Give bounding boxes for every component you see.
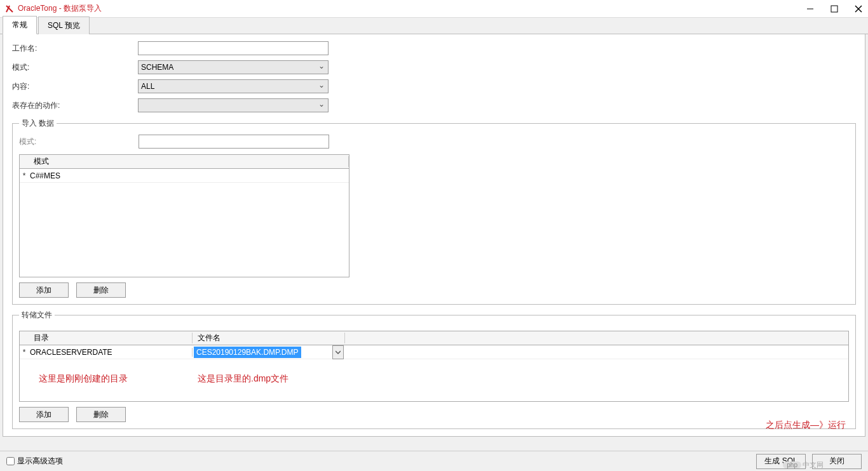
annotation-file: 这是目录里的.dmp文件 bbox=[198, 373, 288, 385]
delete-schema-button[interactable]: 删除 bbox=[76, 282, 126, 298]
dir-cell[interactable]: ORACLESERVERDATE bbox=[29, 348, 193, 357]
schema-col-header: 模式 bbox=[29, 156, 349, 167]
job-name-input[interactable] bbox=[138, 41, 329, 55]
dir-col-header: 目录 bbox=[29, 333, 193, 343]
file-cell[interactable]: CES20190129BAK.DMP.DMP bbox=[193, 345, 345, 359]
import-data-legend: 导入 数据 bbox=[19, 118, 57, 129]
dump-files-header: 目录 文件名 bbox=[20, 331, 848, 345]
dump-files-body[interactable]: * ORACLESERVERDATE CES20190129BAK.DMP.DM… bbox=[20, 345, 848, 401]
annotation-dir: 这里是刚刚创建的目录 bbox=[39, 373, 128, 385]
generate-sql-button[interactable]: 生成 SQL bbox=[756, 454, 806, 469]
svg-rect-1 bbox=[831, 6, 837, 12]
import-mode-input[interactable] bbox=[139, 135, 329, 149]
app-icon bbox=[5, 4, 14, 13]
tab-general[interactable]: 常规 bbox=[3, 16, 37, 34]
schema-table-header: 模式 bbox=[20, 155, 349, 169]
row-marker: * bbox=[20, 171, 29, 180]
table-exists-label: 表存在的动作: bbox=[12, 100, 138, 111]
import-data-fieldset: 导入 数据 模式: 模式 * C##MES 添加 删除 bbox=[12, 118, 856, 305]
row-marker: * bbox=[20, 348, 29, 357]
tab-sql-preview[interactable]: SQL 预览 bbox=[38, 17, 90, 34]
content-panel: 工作名: 模式: 内容: 表存在的动作: 导入 数据 模式: 模 bbox=[3, 34, 865, 437]
content-label: 内容: bbox=[12, 81, 138, 92]
add-dump-button[interactable]: 添加 bbox=[19, 407, 69, 422]
add-schema-button[interactable]: 添加 bbox=[19, 282, 69, 298]
dump-files-table: 目录 文件名 * ORACLESERVERDATE CES20190129BAK… bbox=[19, 331, 849, 402]
annotation-generate: 之后点生成—》运行 bbox=[766, 420, 846, 431]
advanced-options-checkbox[interactable]: 显示高级选项 bbox=[6, 456, 63, 467]
table-row[interactable]: * ORACLESERVERDATE CES20190129BAK.DMP.DM… bbox=[20, 345, 848, 359]
schema-table: 模式 * C##MES bbox=[19, 154, 349, 277]
tabs: 常规 SQL 预览 bbox=[0, 18, 868, 34]
dump-files-legend: 转储文件 bbox=[19, 310, 55, 321]
table-row[interactable]: * C##MES bbox=[20, 169, 349, 183]
minimize-icon[interactable] bbox=[806, 4, 815, 13]
mode-label: 模式: bbox=[12, 62, 138, 73]
table-exists-select[interactable] bbox=[138, 98, 329, 112]
schema-cell[interactable]: C##MES bbox=[29, 171, 62, 180]
window-controls bbox=[806, 4, 863, 13]
file-dropdown-icon[interactable] bbox=[332, 345, 344, 359]
delete-dump-button[interactable]: 删除 bbox=[76, 407, 126, 422]
advanced-checkbox-input[interactable] bbox=[6, 457, 15, 465]
content-select[interactable] bbox=[138, 79, 329, 93]
import-mode-label: 模式: bbox=[19, 136, 139, 147]
title-left: OracleTong - 数据泵导入 bbox=[5, 3, 102, 14]
footer-bar: 显示高级选项 生成 SQL 关闭 php 中文网 bbox=[0, 451, 868, 471]
maximize-icon[interactable] bbox=[830, 4, 839, 13]
window-title: OracleTong - 数据泵导入 bbox=[18, 3, 102, 14]
schema-table-body[interactable]: * C##MES bbox=[20, 169, 349, 277]
title-bar: OracleTong - 数据泵导入 bbox=[0, 0, 868, 18]
advanced-checkbox-label: 显示高级选项 bbox=[17, 456, 63, 467]
close-button[interactable]: 关闭 bbox=[812, 454, 862, 469]
file-col-header: 文件名 bbox=[193, 333, 345, 343]
close-icon[interactable] bbox=[854, 4, 863, 13]
dump-files-fieldset: 转储文件 目录 文件名 * ORACLESERVERDATE CES201901… bbox=[12, 310, 856, 429]
mode-select[interactable] bbox=[138, 60, 329, 74]
file-name-selected[interactable]: CES20190129BAK.DMP.DMP bbox=[194, 347, 301, 358]
job-name-label: 工作名: bbox=[12, 43, 138, 54]
